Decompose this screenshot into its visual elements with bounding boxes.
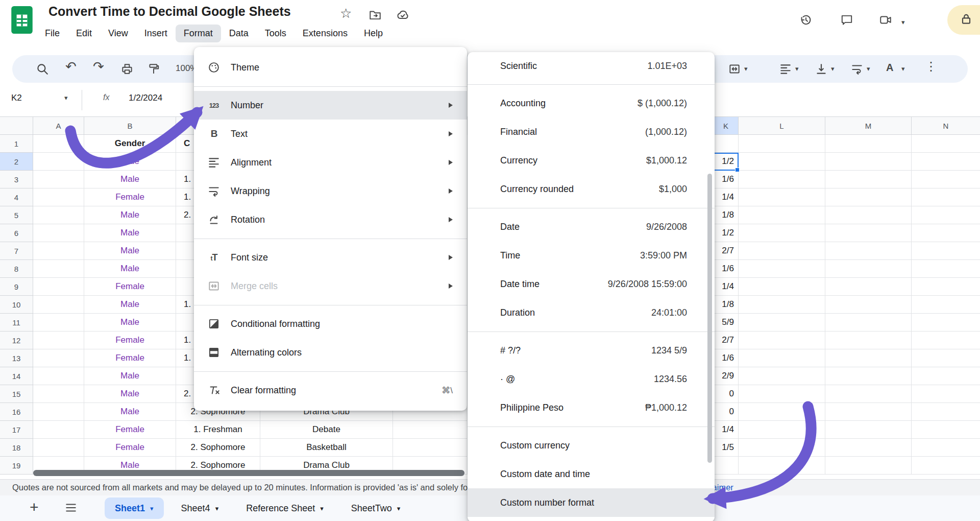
menubar-item-file[interactable]: File	[37, 25, 68, 42]
cell-n13[interactable]	[912, 349, 980, 367]
vertical-align-caret-icon[interactable]: ▾	[831, 65, 835, 73]
format-menu-item-conditional-formatting[interactable]: Conditional formatting	[194, 310, 467, 338]
merge-cells-icon[interactable]	[728, 62, 741, 76]
cell-n6[interactable]	[912, 224, 980, 242]
cell-m10[interactable]	[825, 296, 912, 314]
cell-b12[interactable]: Female	[84, 331, 176, 349]
horizontal-align-caret-icon[interactable]: ▾	[795, 65, 799, 73]
cell-e18[interactable]	[393, 439, 468, 457]
row-header-10[interactable]: 10	[0, 296, 33, 314]
cell-n10[interactable]	[912, 296, 980, 314]
cell-m12[interactable]	[825, 331, 912, 349]
all-sheets-icon[interactable]	[64, 501, 78, 516]
menubar-item-data[interactable]: Data	[221, 25, 257, 42]
column-header-l[interactable]: L	[739, 116, 825, 135]
text-wrap-caret-icon[interactable]: ▾	[867, 65, 870, 73]
cell-m9[interactable]	[825, 278, 912, 296]
cell-a15[interactable]	[33, 385, 84, 403]
format-menu-item-clear-formatting[interactable]: Clear formatting⌘\	[194, 376, 467, 405]
cell-a3[interactable]	[33, 171, 84, 188]
horizontal-scrollbar[interactable]	[33, 470, 464, 476]
cell-l9[interactable]	[739, 278, 825, 296]
cell-b14[interactable]: Male	[84, 367, 176, 385]
column-header-b[interactable]: B	[84, 116, 176, 135]
cell-b5[interactable]: Male	[84, 206, 176, 224]
column-header-a[interactable]: A	[33, 116, 84, 135]
cell-n3[interactable]	[912, 171, 980, 188]
cell-l19[interactable]	[739, 457, 825, 475]
cell-a7[interactable]	[33, 242, 84, 260]
row-header-4[interactable]: 4	[0, 188, 33, 206]
cell-m1[interactable]	[825, 135, 912, 153]
number-format-item-custom-date-and-time[interactable]: Custom date and time	[468, 460, 715, 488]
cell-d18[interactable]: Basketball	[260, 439, 393, 457]
cell-c17[interactable]: 1. Freshman	[176, 421, 260, 439]
cell-m18[interactable]	[825, 439, 912, 457]
cell-a13[interactable]	[33, 349, 84, 367]
number-format-item-[interactable]: # ?/?1234 5/9	[468, 336, 715, 365]
cell-c18[interactable]: 2. Sophomore	[176, 439, 260, 457]
menubar-item-view[interactable]: View	[100, 25, 136, 42]
cell-k16[interactable]: 0	[714, 403, 739, 421]
submenu-scrollbar[interactable]	[707, 174, 712, 463]
cell-a5[interactable]	[33, 206, 84, 224]
cell-n4[interactable]	[912, 188, 980, 206]
more-vert-icon[interactable]: ⋮	[925, 60, 937, 73]
cell-a11[interactable]	[33, 314, 84, 331]
cell-a16[interactable]	[33, 403, 84, 421]
merge-caret-icon[interactable]: ▾	[744, 65, 748, 73]
cell-n9[interactable]	[912, 278, 980, 296]
row-header-6[interactable]: 6	[0, 224, 33, 242]
cell-a4[interactable]	[33, 188, 84, 206]
column-header-m[interactable]: M	[825, 116, 912, 135]
cell-b17[interactable]: Female	[84, 421, 176, 439]
cell-l4[interactable]	[739, 188, 825, 206]
cell-m11[interactable]	[825, 314, 912, 331]
cell-l11[interactable]	[739, 314, 825, 331]
cell-n11[interactable]	[912, 314, 980, 331]
cell-k12[interactable]: 2/7	[714, 331, 739, 349]
horizontal-align-icon[interactable]	[779, 62, 792, 76]
cell-n7[interactable]	[912, 242, 980, 260]
cell-m8[interactable]	[825, 260, 912, 278]
format-menu-item-font-size[interactable]: tTFont size	[194, 243, 467, 272]
cell-a17[interactable]	[33, 421, 84, 439]
video-call-icon[interactable]	[879, 13, 892, 29]
number-format-item-currency-rounded[interactable]: Currency rounded$1,000	[468, 175, 715, 203]
cell-l2[interactable]	[739, 153, 825, 171]
print-icon[interactable]	[120, 62, 134, 76]
cell-l10[interactable]	[739, 296, 825, 314]
row-header-7[interactable]: 7	[0, 242, 33, 260]
name-box-caret-icon[interactable]: ▾	[64, 94, 68, 102]
cell-n16[interactable]	[912, 403, 980, 421]
row-header-3[interactable]: 3	[0, 171, 33, 188]
cell-k11[interactable]: 5/9	[714, 314, 739, 331]
cell-n17[interactable]	[912, 421, 980, 439]
document-title[interactable]: Convert Time to Decimal Google Sheets	[48, 4, 291, 19]
cell-b16[interactable]: Male	[84, 403, 176, 421]
star-icon[interactable]: ☆	[340, 7, 352, 20]
share-button[interactable]	[947, 5, 980, 35]
cell-n18[interactable]	[912, 439, 980, 457]
format-menu-item-number[interactable]: 123Number	[194, 91, 467, 120]
paint-format-icon[interactable]	[147, 62, 160, 76]
cell-m5[interactable]	[825, 206, 912, 224]
name-box[interactable]: K2	[11, 93, 22, 103]
format-menu-item-alignment[interactable]: Alignment	[194, 148, 467, 177]
number-format-item-time[interactable]: Time3:59:00 PM	[468, 241, 715, 270]
cell-m17[interactable]	[825, 421, 912, 439]
cell-l7[interactable]	[739, 242, 825, 260]
cell-k15[interactable]: 0	[714, 385, 739, 403]
cell-k1[interactable]	[714, 135, 739, 153]
number-format-item-custom-number-format[interactable]: Custom number format	[468, 488, 715, 517]
format-menu-item-rotation[interactable]: Rotation	[194, 205, 467, 234]
cell-n14[interactable]	[912, 367, 980, 385]
format-menu-item-alternating-colors[interactable]: Alternating colors	[194, 338, 467, 367]
cell-b3[interactable]: Male	[84, 171, 176, 188]
text-wrap-icon[interactable]	[850, 62, 864, 76]
cell-b18[interactable]: Female	[84, 439, 176, 457]
cell-m16[interactable]	[825, 403, 912, 421]
format-menu-item-text[interactable]: BText	[194, 120, 467, 148]
row-header-5[interactable]: 5	[0, 206, 33, 224]
row-header-16[interactable]: 16	[0, 403, 33, 421]
